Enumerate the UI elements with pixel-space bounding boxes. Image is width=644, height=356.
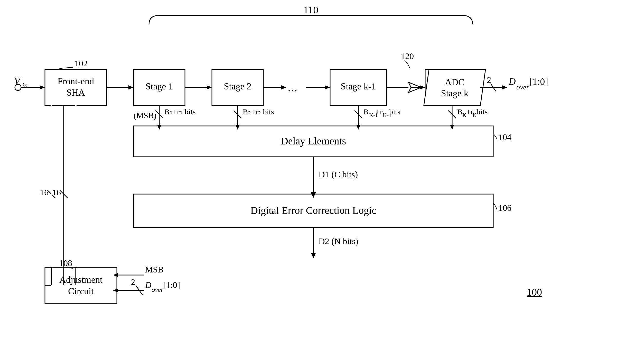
bk-sub: K [462,112,466,118]
bk1-plus: +r [376,107,382,116]
ref-110-label: 110 [303,4,319,16]
bk-bits-suffix: bits [477,107,488,116]
b2-bits-label: B₂+r₂ bits [243,107,274,116]
ref-16-label: 16 [40,188,49,197]
dover-arrow-sub: over [152,286,164,293]
delay-elements-label: Delay Elements [281,135,346,147]
bk1-bits-suffix: bits [389,107,400,116]
ref-106-label: 106 [498,203,511,213]
dots-label: ... [288,80,297,94]
ref-108-label: 108 [59,258,72,268]
adj-circuit-label: Adjustment [59,275,102,285]
ref-2b-label: 2 [131,277,135,287]
bk1-bits-label: B [363,107,369,116]
bk-bits-label: B [457,107,462,116]
ref-16-label2: 16 [52,188,61,197]
bk-sub2: K [473,112,477,118]
dover-arrow-label: D [145,280,152,290]
dover-label: D [508,76,516,87]
svg-marker-21 [424,69,486,105]
adc-stage-label: Stage k [441,88,469,98]
frontend-sha-label: Front-end [58,76,94,86]
stage2-label: Stage 2 [224,81,251,92]
dover-sub-label: over [516,83,529,91]
msb-arrow-label: MSB [145,265,164,274]
d2-nbits-label: D2 (N bits) [319,236,358,246]
dover-arrow-bracket: [1:0] [163,280,180,290]
frontend-sha-label2: SHA [67,87,85,98]
adj-circuit-label2: Circuit [68,286,94,296]
ref-100-label: 100 [527,286,542,298]
dover-bracket-label: [1:0] [529,76,548,87]
msb-label: (MSB) [134,111,156,120]
ref-102-label: 102 [74,59,88,68]
diagram-container: 110 V in Front-end SHA 102 Stage 1 Stage… [0,0,644,356]
dec-logic-label: Digital Error Correction Logic [250,205,376,216]
stagek1-label: Stage k-1 [341,81,376,92]
ref-2a-label: 2 [487,75,491,85]
bk-plus: +r [466,107,473,116]
stage1-label: Stage 1 [146,81,173,92]
b1-bits-label: B₁+r₁ bits [164,107,196,116]
d1-cbits-label: D1 (C bits) [319,170,358,179]
adc-label: ADC [445,77,464,87]
vin-label: V [14,76,21,86]
ref-120-label: 120 [401,51,414,61]
ref-104-label: 104 [498,132,511,142]
svg-rect-43 [45,267,117,303]
vin-sub-label: in [22,81,28,89]
